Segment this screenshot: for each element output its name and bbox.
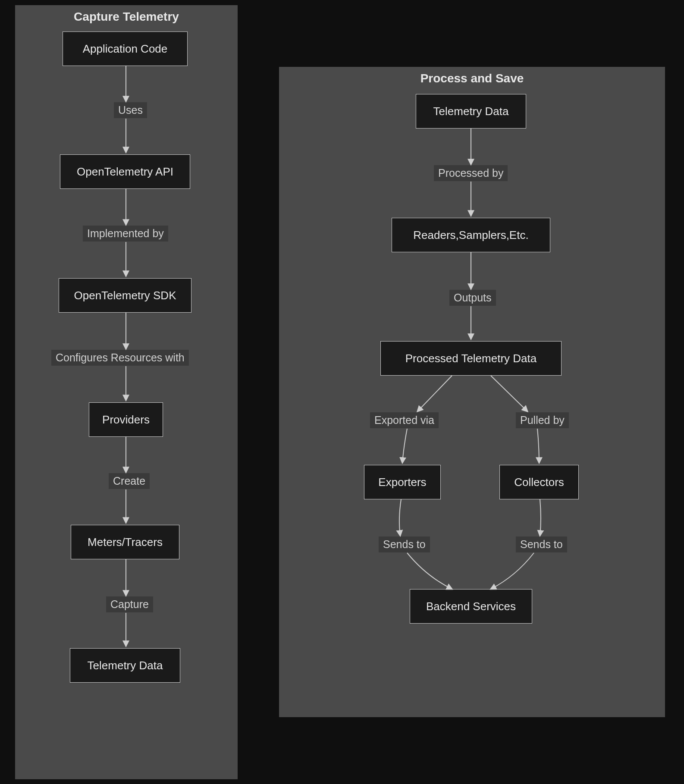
edge-label-implemented-by: Implemented by: [83, 226, 168, 241]
node-telemetry-data-process: Telemetry Data: [416, 94, 526, 129]
node-backend-services: Backend Services: [410, 589, 532, 624]
edge-label-sends-to-1: Sends to: [379, 536, 430, 552]
edge-label-configures-resources: Configures Resources with: [51, 350, 189, 366]
node-processed-telemetry-data: Processed Telemetry Data: [380, 341, 562, 376]
panel-capture-telemetry: Capture Telemetry Application Code OpenT…: [15, 5, 238, 779]
edge-label-outputs: Outputs: [449, 290, 496, 306]
node-application-code: Application Code: [63, 31, 188, 66]
edge-label-processed-by: Processed by: [434, 165, 508, 181]
edge-label-capture: Capture: [106, 596, 153, 612]
panel-title-capture: Capture Telemetry: [16, 6, 237, 26]
edge-label-pulled-by: Pulled by: [516, 412, 569, 428]
edge-label-uses: Uses: [114, 102, 147, 118]
node-opentelemetry-api: OpenTelemetry API: [60, 154, 190, 189]
edge-label-sends-to-2: Sends to: [516, 536, 567, 552]
node-providers: Providers: [89, 402, 163, 437]
edge-label-create: Create: [109, 473, 150, 489]
node-readers-samplers: Readers,Samplers,Etc.: [392, 218, 550, 252]
node-exporters: Exporters: [364, 465, 441, 499]
node-opentelemetry-sdk: OpenTelemetry SDK: [59, 278, 191, 313]
node-collectors: Collectors: [499, 465, 579, 499]
panel-process-and-save: Process and Save Telemetry Data Readers,…: [279, 67, 665, 717]
edge-label-exported-via: Exported via: [370, 412, 439, 428]
panel-title-process: Process and Save: [279, 67, 665, 88]
node-telemetry-data-capture: Telemetry Data: [70, 648, 180, 683]
node-meters-tracers: Meters/Tracers: [71, 525, 179, 559]
